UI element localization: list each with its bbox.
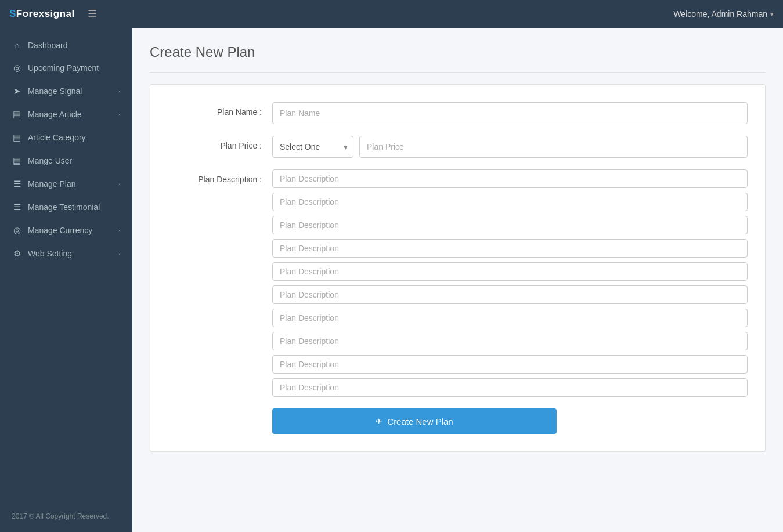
- price-row: Select One ▾: [272, 136, 748, 158]
- sidebar-icon-manage-currency: ◎: [12, 225, 22, 236]
- navbar-brand: SForexsignal ☰: [9, 8, 97, 20]
- plan-description-input-2[interactable]: [272, 193, 748, 211]
- sidebar-label-manage-signal: Manage Signal: [28, 86, 82, 96]
- sidebar-label-manage-article: Manage Article: [28, 110, 82, 119]
- sidebar-label-web-setting: Web Setting: [28, 249, 72, 258]
- plan-name-label: Plan Name :: [168, 102, 272, 117]
- sidebar-icon-manage-testimonial: ☰: [12, 202, 22, 212]
- sidebar-label-manage-currency: Manage Currency: [28, 226, 92, 235]
- sidebar-label-mange-user: Mange User: [28, 156, 72, 165]
- sidebar-item-manage-article[interactable]: ▤ Manage Article ‹: [0, 103, 132, 126]
- navbar-user[interactable]: Welcome, Admin Rahman ▾: [673, 9, 774, 19]
- sidebar-icon-upcoming-payment: ◎: [12, 63, 22, 73]
- plan-price-label: Plan Price :: [168, 136, 272, 150]
- sidebar-label-upcoming-payment: Upcoming Payment: [28, 63, 99, 73]
- plan-description-input-3[interactable]: [272, 216, 748, 234]
- sidebar-chevron-manage-currency: ‹: [118, 227, 121, 234]
- description-fields: [272, 169, 748, 397]
- user-chevron-icon: ▾: [770, 10, 774, 18]
- sidebar-footer: 2017 © All Copyright Reserved.: [0, 506, 132, 526]
- sidebar-icon-manage-article: ▤: [12, 109, 22, 120]
- sidebar-chevron-web-setting: ‹: [118, 250, 121, 257]
- user-label: Welcome, Admin Rahman: [673, 9, 767, 19]
- currency-select[interactable]: Select One: [272, 136, 353, 158]
- sidebar-item-manage-signal[interactable]: ➤ Manage Signal ‹: [0, 79, 132, 103]
- logo-symbol: S: [9, 8, 16, 19]
- sidebar-chevron-manage-plan: ‹: [118, 180, 121, 187]
- sidebar-icon-dashboard: ⌂: [12, 40, 22, 50]
- currency-select-wrapper: Select One ▾: [272, 136, 353, 158]
- sidebar-item-upcoming-payment[interactable]: ◎ Upcoming Payment: [0, 56, 132, 79]
- plan-price-input[interactable]: [359, 136, 748, 158]
- sidebar-item-manage-plan[interactable]: ☰ Manage Plan ‹: [0, 172, 132, 196]
- plan-description-input-6[interactable]: [272, 285, 748, 304]
- navbar-logo: SForexsignal: [9, 8, 75, 20]
- plan-description-input-10[interactable]: [272, 378, 748, 397]
- sidebar-icon-manage-signal: ➤: [12, 86, 22, 96]
- sidebar-icon-manage-plan: ☰: [12, 179, 22, 189]
- sidebar-item-article-category[interactable]: ▤ Article Category: [0, 126, 132, 149]
- layout: ⌂ Dashboard ◎ Upcoming Payment ➤ Manage …: [0, 28, 783, 532]
- sidebar-item-dashboard[interactable]: ⌂ Dashboard: [0, 34, 132, 56]
- sidebar-icon-web-setting: ⚙: [12, 248, 22, 259]
- sidebar-nav: ⌂ Dashboard ◎ Upcoming Payment ➤ Manage …: [0, 28, 132, 265]
- sidebar-icon-mange-user: ▤: [12, 155, 22, 166]
- plan-description-input-8[interactable]: [272, 332, 748, 350]
- plan-description-input-7[interactable]: [272, 309, 748, 327]
- plan-description-input-1[interactable]: [272, 169, 748, 188]
- plan-name-group: Plan Name :: [168, 102, 748, 124]
- plan-price-group: Plan Price : Select One ▾: [168, 136, 748, 158]
- sidebar: ⌂ Dashboard ◎ Upcoming Payment ➤ Manage …: [0, 28, 132, 532]
- plan-name-input[interactable]: [272, 102, 748, 124]
- divider: [150, 72, 766, 73]
- sidebar-chevron-manage-article: ‹: [118, 111, 121, 118]
- sidebar-icon-article-category: ▤: [12, 132, 22, 143]
- form-card: Plan Name : Plan Price : Select One ▾: [150, 84, 766, 452]
- page-title: Create New Plan: [150, 44, 766, 60]
- send-icon: ✈: [376, 417, 383, 426]
- plan-description-input-4[interactable]: [272, 239, 748, 258]
- navbar: SForexsignal ☰ Welcome, Admin Rahman ▾: [0, 0, 783, 28]
- menu-toggle-icon[interactable]: ☰: [88, 8, 97, 20]
- sidebar-label-manage-plan: Manage Plan: [28, 179, 76, 189]
- plan-description-input-9[interactable]: [272, 355, 748, 374]
- sidebar-label-dashboard: Dashboard: [28, 41, 68, 50]
- sidebar-label-manage-testimonial: Manage Testimonial: [28, 202, 100, 212]
- sidebar-item-manage-currency[interactable]: ◎ Manage Currency ‹: [0, 219, 132, 242]
- plan-description-label: Plan Description :: [168, 169, 272, 184]
- create-plan-button[interactable]: ✈ Create New Plan: [272, 408, 557, 434]
- sidebar-label-article-category: Article Category: [28, 133, 86, 142]
- sidebar-item-web-setting[interactable]: ⚙ Web Setting ‹: [0, 242, 132, 265]
- sidebar-item-manage-testimonial[interactable]: ☰ Manage Testimonial: [0, 196, 132, 219]
- sidebar-chevron-manage-signal: ‹: [118, 88, 121, 95]
- plan-description-group: Plan Description :: [168, 169, 748, 397]
- sidebar-item-mange-user[interactable]: ▤ Mange User: [0, 149, 132, 172]
- create-plan-label: Create New Plan: [387, 417, 453, 426]
- plan-description-input-5[interactable]: [272, 262, 748, 281]
- main-content: Create New Plan Plan Name : Plan Price :…: [132, 28, 783, 532]
